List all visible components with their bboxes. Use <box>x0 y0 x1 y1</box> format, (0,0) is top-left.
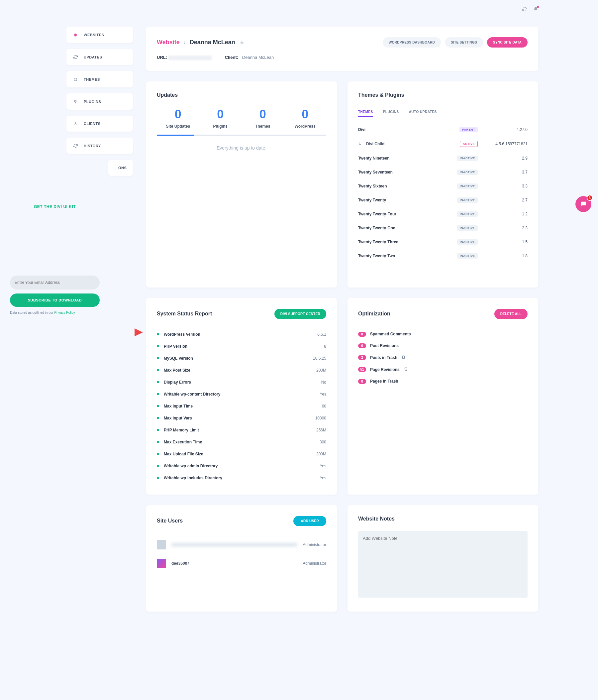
user-role: Administrator <box>303 561 326 566</box>
optimization-label: Posts in Trash <box>370 355 397 360</box>
chevron-right-icon: › <box>184 39 186 46</box>
status-key: Max Input Time <box>164 404 322 408</box>
status-row: Max Input Vars10000 <box>157 412 326 424</box>
refresh-icon <box>73 144 78 148</box>
status-row: Writable wp-includes DirectoryYes <box>157 472 326 484</box>
user-name: dee35007 <box>172 561 297 566</box>
theme-version: 3.7 <box>485 170 527 175</box>
update-label: Plugins <box>199 124 242 129</box>
status-row: PHP Memory Limit256M <box>157 424 326 436</box>
pointer-arrow-icon <box>106 326 143 339</box>
promo-title: GET THE DIVI UI KIT <box>10 204 100 209</box>
sidebar-item-updates[interactable]: UPDATES <box>67 49 133 65</box>
status-row: Writable wp-content DirectoryYes <box>157 388 326 400</box>
sidebar-item-label: ONS <box>118 166 127 170</box>
trash-icon[interactable] <box>401 355 406 360</box>
delete-all-button[interactable]: DELETE ALL <box>494 309 527 319</box>
header-card: Website › Deanna McLean ★ WORDPRESS DASH… <box>146 27 538 71</box>
theme-row[interactable]: Twenty Twenty-ThreeINACTIVE1.5 <box>358 235 527 249</box>
email-field[interactable] <box>10 276 100 290</box>
sidebar-item-history[interactable]: HISTORY <box>67 138 133 154</box>
user-row[interactable]: dee35007Administrator <box>157 554 326 573</box>
status-dot-icon <box>157 393 159 395</box>
count-badge: 2 <box>358 355 366 360</box>
breadcrumb-root[interactable]: Website <box>157 39 180 46</box>
update-cell: 0Plugins <box>199 107 242 129</box>
trash-icon[interactable] <box>404 367 408 372</box>
status-value: 200M <box>316 368 326 373</box>
theme-version: 1.2 <box>485 212 527 216</box>
status-value: 256M <box>316 428 326 432</box>
url-value <box>168 55 212 60</box>
theme-row[interactable]: Twenty SeventeenINACTIVE3.7 <box>358 165 527 179</box>
notes-input[interactable] <box>358 531 527 598</box>
status-value: No <box>321 380 326 384</box>
theme-name: ↳Divi Child <box>358 142 453 146</box>
site-settings-button[interactable]: SITE SETTINGS <box>445 37 483 48</box>
sidebar-item-websites[interactable]: ◉ WEBSITES <box>67 27 133 43</box>
wp-dashboard-button[interactable]: WORDPRESS DASHBOARD <box>383 37 441 48</box>
status-key: Writable wp-content Directory <box>164 392 320 397</box>
tab-auto-updates[interactable]: AUTO UPDATES <box>409 107 437 117</box>
chat-fab[interactable]: 3 <box>575 196 591 212</box>
optimization-row: 0Spammed Comments <box>358 328 527 340</box>
sync-button[interactable]: SYNC SITE DATA <box>487 37 527 48</box>
status-key: PHP Memory Limit <box>164 428 316 432</box>
theme-row[interactable]: Twenty SixteenINACTIVE3.3 <box>358 179 527 193</box>
bell-icon[interactable] <box>533 7 538 12</box>
optimization-title: Optimization <box>358 311 390 317</box>
status-dot-icon <box>157 429 159 431</box>
tab-plugins[interactable]: PLUGINS <box>383 107 399 117</box>
user-row[interactable]: Administrator <box>157 535 326 554</box>
status-dot-icon <box>157 357 159 359</box>
divi-support-button[interactable]: DIVI SUPPORT CENTER <box>275 309 326 319</box>
theme-name: Twenty Twenty-Two <box>358 254 450 258</box>
theme-version: 1.8 <box>485 254 527 258</box>
status-badge: PARENT <box>460 127 478 132</box>
status-value: Yes <box>320 392 326 397</box>
sidebar-item-plugins[interactable]: ⚲ PLUGINS <box>67 93 133 110</box>
theme-name: Twenty Twenty-One <box>358 226 450 230</box>
theme-row[interactable]: Twenty Twenty-OneINACTIVE2.3 <box>358 221 527 235</box>
status-badge: INACTIVE <box>457 239 478 245</box>
theme-version: 4.5.6.1597771821 <box>485 142 527 146</box>
add-user-button[interactable]: ADD USER <box>293 516 326 526</box>
progress-bar <box>157 134 326 136</box>
status-key: Display Errors <box>164 380 321 384</box>
subscribe-button[interactable]: SUBSCRIBE TO DOWNLOAD <box>10 294 100 307</box>
status-key: Max Post Size <box>164 368 316 373</box>
sidebar-item-clients[interactable]: CLIENTS <box>67 116 133 132</box>
status-row: Max Upload File Size200M <box>157 448 326 460</box>
theme-row[interactable]: ↳Divi ChildACTIVE4.5.6.1597771821 <box>358 136 527 151</box>
theme-row[interactable]: Twenty Twenty-FourINACTIVE1.2 <box>358 207 527 221</box>
tab-themes[interactable]: THEMES <box>358 107 373 117</box>
status-key: Writable wp-includes Directory <box>164 476 320 480</box>
status-row: MySQL Version10.5.25 <box>157 352 326 364</box>
status-row: Max Post Size200M <box>157 364 326 376</box>
sidebar-item-addons[interactable]: ONS <box>108 160 133 176</box>
theme-name: Twenty Sixteen <box>358 184 450 189</box>
page-title: Deanna McLean <box>190 39 235 46</box>
refresh-icon[interactable] <box>522 7 527 12</box>
avatar <box>157 540 166 549</box>
chat-badge: 3 <box>587 195 593 201</box>
client-value: Deanna McLean <box>242 55 274 60</box>
count-badge: 0 <box>358 343 366 348</box>
sidebar-item-themes[interactable]: ▢ THEMES <box>67 71 133 88</box>
status-key: WordPress Version <box>164 332 317 337</box>
status-dot-icon <box>157 333 159 335</box>
theme-row[interactable]: Twenty TwentyINACTIVE2.7 <box>358 193 527 207</box>
sidebar-item-label: HISTORY <box>84 144 101 148</box>
avatar <box>157 559 166 568</box>
theme-row[interactable]: DiviPARENT4.27.0 <box>358 123 527 136</box>
optimization-label: Spammed Comments <box>370 332 411 336</box>
star-icon[interactable]: ★ <box>239 39 244 46</box>
optimization-label: Page Revisions <box>370 367 400 372</box>
update-cell: 0Themes <box>241 107 284 129</box>
update-count: 0 <box>241 107 284 121</box>
theme-row[interactable]: Twenty NineteenINACTIVE2.9 <box>358 151 527 165</box>
status-value: Yes <box>320 476 326 480</box>
sidebar: ◉ WEBSITES UPDATES ▢ THEMES ⚲ PLUGINS CL… <box>67 27 133 176</box>
theme-row[interactable]: Twenty Twenty-TwoINACTIVE1.8 <box>358 249 527 263</box>
privacy-link[interactable]: Privacy Policy <box>54 311 75 315</box>
